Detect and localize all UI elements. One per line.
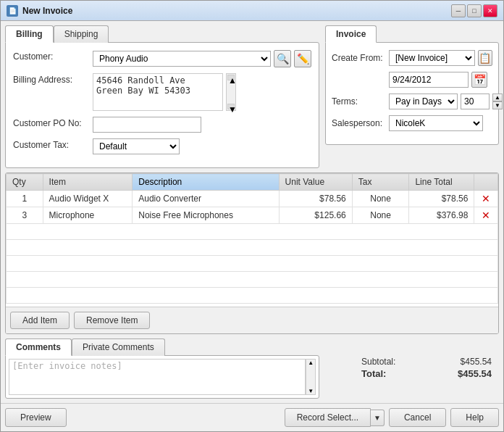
create-from-select[interactable]: [New Invoice] (389, 50, 475, 66)
record-select-arrow-button[interactable]: ▼ (371, 410, 385, 426)
tax-control: Default (93, 138, 311, 154)
cell-item-1: Audio Widget X (43, 191, 133, 207)
cell-item-2: Microphone (43, 207, 133, 224)
cell-total-2: $376.98 (409, 207, 474, 224)
date-picker-button[interactable]: 📅 (471, 72, 487, 88)
title-bar-buttons: ─ □ ✕ (451, 4, 497, 17)
header-delete (474, 174, 498, 191)
cancel-button[interactable]: Cancel (389, 408, 446, 427)
customer-edit-button[interactable]: ✏️ (294, 50, 311, 67)
po-control (93, 117, 311, 133)
footer: Preview Record Select... ▼ Cancel Help (1, 403, 503, 431)
billing-tab[interactable]: Billing (5, 25, 54, 43)
shipping-tab[interactable]: Shipping (54, 25, 109, 43)
table-row-empty (7, 288, 498, 304)
salesperson-label: Salesperson: (332, 118, 386, 128)
remove-item-button[interactable]: Remove Item (74, 312, 150, 329)
invoice-tab[interactable]: Invoice (325, 25, 377, 43)
tax-select[interactable]: Default (93, 138, 180, 154)
cell-tax-2: None (352, 207, 409, 224)
header-line-total: Line Total (409, 174, 474, 191)
header-tax: Tax (352, 174, 409, 191)
create-from-icon-button[interactable]: 📋 (478, 50, 492, 66)
invoice-tab-content: Create From: [New Invoice] 📋 9/24/2012 📅 (325, 42, 499, 145)
po-input[interactable] (93, 117, 201, 133)
address-row: Billing Address: 45646 Randoll Ave Green… (13, 73, 311, 111)
customer-label: Customer: (13, 50, 93, 62)
preview-button[interactable]: Preview (5, 408, 67, 427)
date-input[interactable]: 9/24/2012 (389, 72, 469, 88)
header-description: Description (133, 174, 279, 191)
salesperson-select[interactable]: NicoleK (389, 115, 483, 131)
table-row-empty (7, 240, 498, 256)
main-window: 📄 New Invoice ─ □ ✕ Billing Shipping Cus… (0, 0, 504, 432)
comments-textarea[interactable]: [Enter invoice notes] (9, 359, 306, 395)
billing-tab-content: Customer: Phony Audio 🔍 ✏️ Billing Addre… (5, 42, 319, 168)
help-button[interactable]: Help (450, 408, 499, 427)
maximize-button[interactable]: □ (467, 4, 482, 17)
items-scroll[interactable]: Qty Item Description Unit Value Tax Line… (6, 173, 498, 307)
create-from-row: Create From: [New Invoice] 📋 (332, 50, 492, 66)
table-body: 1 Audio Widget X Audio Converter $78.56 … (7, 191, 498, 304)
subtotal-label: Subtotal: (361, 357, 395, 367)
terms-select[interactable]: Pay in Days (389, 94, 458, 109)
table-row[interactable]: 3 Microphone Noise Free Microphones $125… (7, 207, 498, 224)
address-field[interactable]: 45646 Randoll Ave Green Bay WI 54303 (93, 73, 223, 111)
salesperson-row: Salesperson: NicoleK (332, 115, 492, 131)
delete-icon-1[interactable]: ✕ (482, 193, 490, 204)
cell-delete-2[interactable]: ✕ (474, 207, 498, 224)
main-content: Billing Shipping Customer: Phony Audio 🔍… (1, 21, 503, 403)
subtotal-value: $455.54 (461, 357, 492, 367)
items-table: Qty Item Description Unit Value Tax Line… (6, 173, 498, 304)
terms-label: Terms: (332, 96, 386, 107)
delete-icon-2[interactable]: ✕ (482, 209, 490, 221)
table-header: Qty Item Description Unit Value Tax Line… (7, 174, 498, 191)
po-row: Customer PO No: (13, 117, 311, 133)
spin-down-button[interactable]: ▼ (492, 101, 503, 109)
record-select-button[interactable]: Record Select... (285, 408, 371, 427)
invoice-panel: Invoice Create From: [New Invoice] 📋 (325, 25, 499, 168)
header-unit-value: Unit Value (279, 174, 352, 191)
address-scrollbar[interactable]: ▲ ▼ (226, 73, 236, 111)
cell-qty-1: 1 (7, 191, 43, 207)
comments-tab-content: [Enter invoice notes] ▲ ▼ (5, 355, 319, 399)
subtotal-row: Subtotal: $455.54 (361, 357, 492, 367)
item-buttons: Add Item Remove Item (6, 307, 498, 333)
comments-tabs: Comments Private Comments (5, 338, 319, 356)
customer-search-button[interactable]: 🔍 (274, 50, 291, 67)
add-item-button[interactable]: Add Item (10, 312, 70, 329)
comments-section: Comments Private Comments [Enter invoice… (5, 338, 499, 399)
cell-delete-1[interactable]: ✕ (474, 191, 498, 207)
terms-days-input[interactable]: 30 (461, 94, 490, 109)
customer-select[interactable]: Phony Audio (93, 51, 271, 67)
grand-total-row: Total: $455.54 (361, 368, 492, 379)
customer-control: Phony Audio 🔍 ✏️ (93, 50, 311, 67)
private-comments-tab[interactable]: Private Comments (72, 338, 165, 356)
address-control: 45646 Randoll Ave Green Bay WI 54303 ▲ ▼ (93, 73, 311, 111)
billing-panel: Billing Shipping Customer: Phony Audio 🔍… (5, 25, 319, 168)
table-row[interactable]: 1 Audio Widget X Audio Converter $78.56 … (7, 191, 498, 207)
po-label: Customer PO No: (13, 117, 93, 128)
cell-unit-2: $125.66 (279, 207, 352, 224)
invoice-tabs: Invoice (325, 25, 499, 43)
header-item: Item (43, 174, 133, 191)
table-row-empty (7, 224, 498, 240)
table-row-empty (7, 256, 498, 272)
table-row-empty (7, 272, 498, 288)
cell-unit-1: $78.56 (279, 191, 352, 207)
title-bar: 📄 New Invoice ─ □ ✕ (1, 1, 503, 21)
minimize-button[interactable]: ─ (451, 4, 466, 17)
items-section: Qty Item Description Unit Value Tax Line… (5, 173, 499, 334)
tax-label: Customer Tax: (13, 138, 93, 150)
comments-tab[interactable]: Comments (5, 338, 72, 356)
date-row: 9/24/2012 📅 (332, 72, 492, 88)
cell-desc-2: Noise Free Microphones (133, 207, 279, 224)
spin-up-button[interactable]: ▲ (492, 94, 503, 101)
comments-panel: Comments Private Comments [Enter invoice… (5, 338, 319, 399)
record-select-group: Record Select... ▼ (285, 408, 385, 427)
terms-spinner[interactable]: ▲ ▼ (492, 94, 503, 109)
comments-scrollbar[interactable]: ▲ ▼ (306, 359, 316, 395)
top-section: Billing Shipping Customer: Phony Audio 🔍… (5, 25, 499, 168)
close-button[interactable]: ✕ (483, 4, 497, 17)
cell-desc-1: Audio Converter (133, 191, 279, 207)
